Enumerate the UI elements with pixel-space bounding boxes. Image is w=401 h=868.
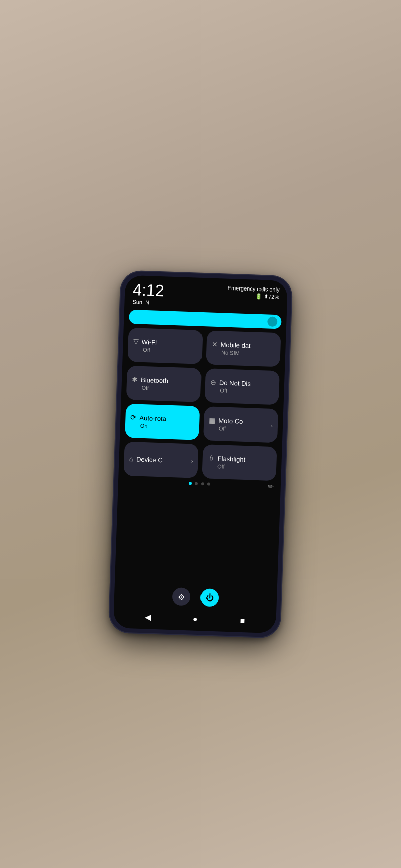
date-label: Sun, N <box>132 299 164 306</box>
flashlight-status: Off <box>207 463 271 471</box>
dnd-icon: ⊖ <box>210 378 217 386</box>
dot-2 <box>195 482 198 485</box>
mid-spacer <box>115 486 280 586</box>
device-controls-label: Device C <box>136 455 163 464</box>
emergency-text: Emergency calls only <box>227 284 279 293</box>
mobile-data-tile[interactable]: ✕ Mobile dat No SIM <box>206 330 281 367</box>
mobile-data-status: No SIM <box>211 349 275 357</box>
brightness-handle[interactable] <box>267 316 278 327</box>
bluetooth-label: Bluetooth <box>141 376 168 384</box>
auto-rotate-icon: ⟳ <box>130 413 137 421</box>
time-block: 4:12 Sun, N <box>132 281 164 306</box>
mobile-data-label: Mobile dat <box>220 340 250 349</box>
quick-tiles-grid: ▽ Wi-Fi Off ✕ Mobile dat No SIM <box>118 327 286 481</box>
bluetooth-tile[interactable]: ✱ Bluetooth Off <box>126 365 202 402</box>
bluetooth-status: Off <box>131 384 195 392</box>
dnd-label: Do Not Dis <box>219 378 251 387</box>
dnd-status: Off <box>210 387 274 395</box>
settings-button[interactable]: ⚙ <box>172 587 190 606</box>
power-button[interactable]: ⏻ <box>200 588 219 607</box>
auto-rotate-status: On <box>130 422 194 430</box>
brightness-slider[interactable] <box>129 309 282 329</box>
settings-icon: ⚙ <box>178 592 185 601</box>
status-right: Emergency calls only 🔋 ⬆72% <box>227 284 280 300</box>
moto-connect-chevron: › <box>271 422 273 429</box>
device-controls-chevron: › <box>191 457 193 464</box>
dnd-tile[interactable]: ⊖ Do Not Dis Off <box>205 368 280 405</box>
battery-row: 🔋 ⬆72% <box>255 293 279 300</box>
battery-icon: 🔋 <box>255 293 262 299</box>
battery-percent: ⬆72% <box>264 293 279 300</box>
moto-connect-tile[interactable]: ▦ Moto Co Off › <box>203 406 278 443</box>
phone-screen: 4:12 Sun, N Emergency calls only 🔋 ⬆72% <box>113 275 288 633</box>
status-bar: 4:12 Sun, N Emergency calls only 🔋 ⬆72% <box>124 275 288 313</box>
auto-rotate-tile[interactable]: ⟳ Auto-rota On <box>125 403 200 440</box>
flashlight-label: Flashlight <box>217 454 245 463</box>
recents-button[interactable]: ■ <box>240 616 245 625</box>
dot-1 <box>189 482 192 485</box>
bluetooth-icon: ✱ <box>132 375 138 383</box>
flashlight-icon: 🕯 <box>207 454 215 462</box>
back-button[interactable]: ◀ <box>144 612 151 622</box>
device-controls-icon: ⌂ <box>129 455 133 463</box>
home-button[interactable]: ● <box>193 614 198 623</box>
mobile-data-icon: ✕ <box>211 340 218 348</box>
phone-wrapper: 4:12 Sun, N Emergency calls only 🔋 ⬆72% <box>109 271 292 637</box>
edit-icon[interactable]: ✏ <box>268 482 274 490</box>
moto-connect-status: Off <box>209 425 273 433</box>
dot-3 <box>201 482 204 485</box>
wifi-status: Off <box>133 346 197 354</box>
moto-connect-label: Moto Co <box>218 416 243 425</box>
clock-time: 4:12 <box>133 281 164 299</box>
flashlight-tile[interactable]: 🕯 Flashlight Off <box>202 444 277 481</box>
auto-rotate-label: Auto-rota <box>139 414 166 422</box>
dot-4 <box>207 482 210 485</box>
moto-connect-icon: ▦ <box>209 416 216 424</box>
device-controls-tile[interactable]: ⌂ Device C › <box>123 441 198 478</box>
power-icon: ⏻ <box>206 593 214 602</box>
wifi-icon: ▽ <box>133 337 139 345</box>
wifi-tile[interactable]: ▽ Wi-Fi Off <box>127 327 203 364</box>
wifi-label: Wi-Fi <box>142 338 157 346</box>
phone-shell: 4:12 Sun, N Emergency calls only 🔋 ⬆72% <box>109 271 292 637</box>
